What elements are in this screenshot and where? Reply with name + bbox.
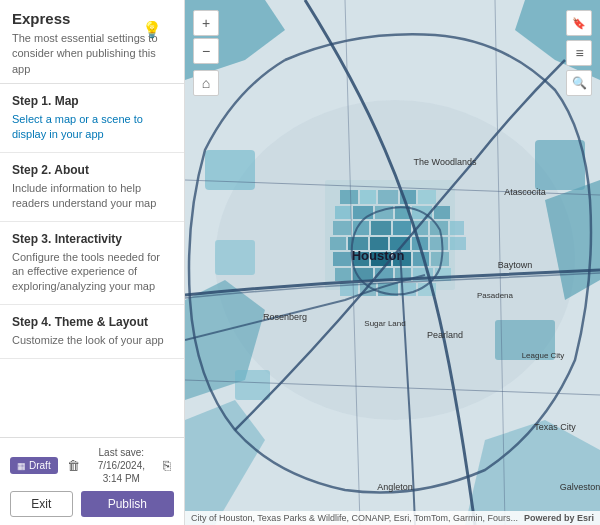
search-button[interactable]: 🔍 bbox=[566, 70, 592, 96]
exit-button[interactable]: Exit bbox=[10, 491, 73, 517]
step3-desc: Configure the tools needed for an effect… bbox=[12, 250, 172, 295]
save-info: ▦ Draft 🗑 Last save: 7/16/2024, 3:14 PM … bbox=[10, 446, 174, 485]
svg-text:Texas City: Texas City bbox=[534, 422, 576, 432]
step4-title: Step 4. Theme & Layout bbox=[12, 315, 172, 329]
svg-text:Sugar Land: Sugar Land bbox=[364, 319, 405, 328]
home-button[interactable]: ⌂ bbox=[193, 70, 219, 96]
step2-desc: Include information to help readers unde… bbox=[12, 181, 172, 211]
svg-rect-20 bbox=[335, 206, 351, 219]
step3-title: Step 3. Interactivity bbox=[12, 232, 172, 246]
map-canvas: Houston The Woodlands Atascocita Baytown… bbox=[185, 0, 600, 525]
svg-rect-9 bbox=[205, 150, 255, 190]
svg-rect-16 bbox=[360, 190, 376, 204]
powered-by: Powered by Esri bbox=[524, 513, 594, 523]
sidebar-footer: ▦ Draft 🗑 Last save: 7/16/2024, 3:14 PM … bbox=[0, 437, 184, 525]
svg-rect-29 bbox=[393, 221, 411, 235]
step2-item[interactable]: Step 2. About Include information to hel… bbox=[0, 153, 184, 222]
svg-rect-32 bbox=[450, 221, 464, 235]
step3-item[interactable]: Step 3. Interactivity Configure the tool… bbox=[0, 222, 184, 306]
svg-rect-38 bbox=[430, 237, 448, 250]
draft-label: Draft bbox=[29, 460, 51, 471]
svg-rect-33 bbox=[330, 237, 346, 250]
svg-rect-46 bbox=[335, 268, 351, 281]
svg-text:Baytown: Baytown bbox=[498, 260, 533, 270]
svg-text:Pearland: Pearland bbox=[427, 330, 463, 340]
step4-item[interactable]: Step 4. Theme & Layout Customize the loo… bbox=[0, 305, 184, 359]
svg-rect-17 bbox=[378, 190, 398, 204]
svg-rect-15 bbox=[340, 190, 358, 204]
draft-badge: ▦ Draft bbox=[10, 457, 58, 474]
svg-rect-25 bbox=[434, 206, 450, 219]
svg-text:Houston: Houston bbox=[352, 248, 405, 263]
svg-rect-40 bbox=[333, 252, 351, 266]
step1-title: Step 1. Map bbox=[12, 94, 172, 108]
svg-text:The Woodlands: The Woodlands bbox=[414, 157, 477, 167]
menu-button[interactable]: ≡ bbox=[566, 40, 592, 66]
svg-rect-10 bbox=[535, 140, 585, 190]
svg-text:Angleton: Angleton bbox=[377, 482, 413, 492]
step1-desc: Select a map or a scene to display in yo… bbox=[12, 112, 172, 142]
draft-icon: ▦ bbox=[17, 461, 26, 471]
lightbulb-icon: 💡 bbox=[142, 20, 162, 39]
delete-button[interactable]: 🗑 bbox=[64, 456, 83, 475]
zoom-in-button[interactable]: + bbox=[193, 10, 219, 36]
zoom-out-button[interactable]: − bbox=[193, 38, 219, 64]
steps-container: Step 1. Map Select a map or a scene to d… bbox=[0, 84, 184, 437]
svg-text:Atascocita: Atascocita bbox=[504, 187, 546, 197]
attribution-text: City of Houston, Texas Parks & Wildlife,… bbox=[191, 513, 518, 523]
svg-text:Pasadena: Pasadena bbox=[477, 291, 514, 300]
svg-rect-26 bbox=[333, 221, 351, 235]
footer-actions: Exit Publish bbox=[10, 491, 174, 517]
map-controls-left: + − ⌂ bbox=[193, 10, 219, 96]
svg-text:Galveston: Galveston bbox=[560, 482, 600, 492]
bookmark-button[interactable]: 🔖 bbox=[566, 10, 592, 36]
step2-title: Step 2. About bbox=[12, 163, 172, 177]
step4-desc: Customize the look of your app bbox=[12, 333, 172, 348]
svg-rect-21 bbox=[353, 206, 373, 219]
sidebar: Express The most essential settings to c… bbox=[0, 0, 185, 525]
save-text: Last save: 7/16/2024, 3:14 PM bbox=[89, 446, 154, 485]
map-area: Houston The Woodlands Atascocita Baytown… bbox=[185, 0, 600, 525]
svg-rect-39 bbox=[450, 237, 466, 250]
svg-rect-11 bbox=[215, 240, 255, 275]
copy-button[interactable]: ⎘ bbox=[160, 456, 174, 475]
svg-rect-13 bbox=[235, 370, 270, 400]
map-attribution: City of Houston, Texas Parks & Wildlife,… bbox=[185, 511, 600, 525]
step1-item[interactable]: Step 1. Map Select a map or a scene to d… bbox=[0, 84, 184, 153]
sidebar-header: Express The most essential settings to c… bbox=[0, 0, 184, 84]
svg-rect-28 bbox=[371, 221, 391, 235]
svg-text:Rosenberg: Rosenberg bbox=[263, 312, 307, 322]
svg-text:League City: League City bbox=[522, 351, 565, 360]
map-controls-right: 🔖 ≡ 🔍 bbox=[566, 10, 592, 96]
svg-rect-19 bbox=[418, 190, 436, 204]
publish-button[interactable]: Publish bbox=[81, 491, 174, 517]
